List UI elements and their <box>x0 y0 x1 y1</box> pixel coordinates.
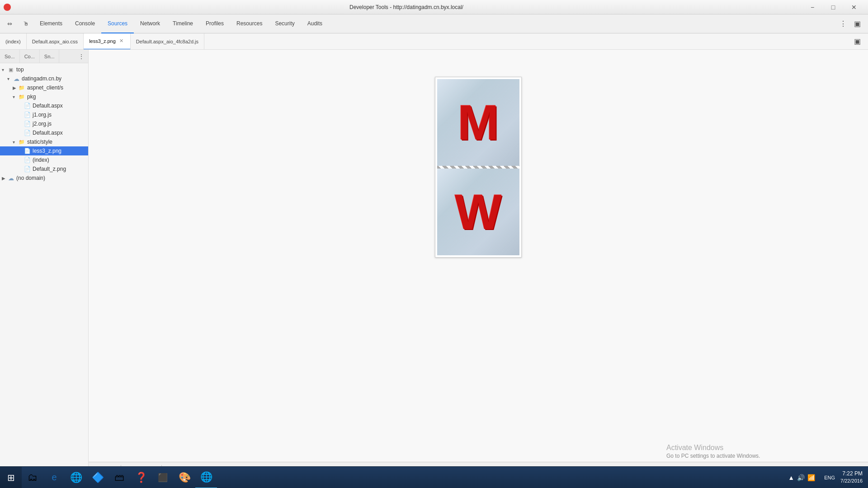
expand-tray-icon[interactable]: ▲ <box>788 474 794 481</box>
source-tab-png-label: less3_z.png <box>89 38 116 44</box>
taskbar-clock[interactable]: 7:22 PM 7/22/2016 <box>840 470 863 484</box>
network-icon[interactable]: 📶 <box>807 474 815 481</box>
folder-icon-pkg: 📁 <box>18 93 25 100</box>
folder-icon-aspnet: 📁 <box>18 84 25 91</box>
folder-icon-static: 📁 <box>18 138 25 145</box>
domain-icon-nodomain: ☁ <box>7 174 14 182</box>
window-controls: − □ ✕ <box>802 0 864 14</box>
tree-item-aspnet[interactable]: ▶ 📁 aspnet_client/s <box>0 83 88 92</box>
explorer-icon: 🗂 <box>28 472 38 483</box>
domain-icon-datingadm: ☁ <box>13 75 20 82</box>
file-icon-j2: 📄 <box>24 120 31 127</box>
source-tab-png[interactable]: less3_z.png ✕ <box>84 33 131 50</box>
nav-item-security[interactable]: Security <box>269 14 301 33</box>
taskbar-app-vs[interactable]: 🔷 <box>87 467 108 488</box>
source-tab-css[interactable]: Default.aspx_aio.css <box>27 33 84 50</box>
minimize-button[interactable]: − <box>802 0 823 14</box>
taskbar-app-chrome-active[interactable]: 🌐 <box>195 467 217 488</box>
visual-studio-icon: 🔷 <box>92 472 104 483</box>
sidebar-header-tabs: So... Co... Sn... ⋮ <box>0 50 88 63</box>
maximize-button[interactable]: □ <box>823 0 844 14</box>
split-view-button[interactable]: ▣ <box>850 18 864 30</box>
file-tree: ▾ ▣ top ▾ ☁ datingadm.cn.by ▶ 📁 <box>0 63 88 471</box>
tree-label-pkg: pkg <box>27 94 36 100</box>
image-preview: M W <box>435 77 522 258</box>
source-tab-png-close[interactable]: ✕ <box>118 38 125 44</box>
file-icon-less3: 📄 <box>24 147 31 155</box>
nav-right: ⋮ ▣ <box>836 18 868 30</box>
ie-icon: e <box>52 472 57 483</box>
taskbar-app-ie[interactable]: e <box>43 467 65 488</box>
nav-item-console[interactable]: Console <box>69 14 101 33</box>
more-button[interactable]: ⋮ <box>836 18 850 30</box>
tree-item-index[interactable]: ▶ 📄 (index) <box>0 155 88 164</box>
inspect-button[interactable]: 🖱 <box>18 16 33 32</box>
tree-arrow-static: ▾ <box>13 140 18 145</box>
title-bar: Developer Tools - http://datingadm.cn.by… <box>0 0 868 14</box>
activate-windows-title: Activate Windows <box>666 444 861 452</box>
file-icon-defaultz: 📄 <box>24 165 31 173</box>
tree-label-default1: Default.aspx <box>33 103 63 109</box>
secondary-nav: ⇔ 🖱 Elements Console Sources Network Tim… <box>0 14 868 33</box>
taskbar-app-cmd[interactable]: ⬛ <box>152 467 174 488</box>
png-bottom-w: W <box>437 169 519 255</box>
taskbar-sys-icons: ▲ 🔊 📶 <box>784 474 819 481</box>
taskbar-right: ▲ 🔊 📶 ENG 7:22 PM 7/22/2016 <box>784 470 868 484</box>
nav-item-audits[interactable]: Audits <box>301 14 329 33</box>
tree-item-top[interactable]: ▾ ▣ top <box>0 65 88 74</box>
tree-item-datingadm[interactable]: ▾ ☁ datingadm.cn.by <box>0 74 88 83</box>
sidebar-more-button[interactable]: ⋮ <box>75 51 88 62</box>
tree-arrow-top: ▾ <box>2 67 7 72</box>
content-area: So... Co... Sn... ⋮ ▾ ▣ top ▾ ☁ datingad… <box>0 50 868 474</box>
taskbar-app-help[interactable]: ❓ <box>130 467 152 488</box>
volume-icon[interactable]: 🔊 <box>797 474 805 481</box>
png-top-m: M <box>437 79 519 166</box>
tree-item-default-aspx1[interactable]: ▶ 📄 Default.aspx <box>0 101 88 110</box>
activate-windows-subtitle: Go to PC settings to activate Windows. <box>666 453 861 459</box>
source-tab-index[interactable]: (index) <box>0 33 27 50</box>
sidebar-tab-co[interactable]: Co... <box>20 50 40 63</box>
cmd-icon: ⬛ <box>158 473 168 483</box>
taskbar-app-sql[interactable]: 🗃 <box>108 467 130 488</box>
tree-arrow-datingadm: ▾ <box>7 76 13 81</box>
help-icon: ❓ <box>135 472 147 483</box>
source-tabs-bar: (index) Default.aspx_aio.css less3_z.png… <box>0 33 868 50</box>
tree-item-default-aspx2[interactable]: ▶ 📄 Default.aspx <box>0 128 88 137</box>
nav-item-resources[interactable]: Resources <box>230 14 269 33</box>
preview-content: M W <box>89 50 868 462</box>
app-icon <box>4 4 11 11</box>
taskbar-language[interactable]: ENG <box>822 475 837 480</box>
preview-area: M W 38.6 KB 128 × 278 <box>89 50 868 474</box>
nav-item-network[interactable]: Network <box>134 14 166 33</box>
taskbar-date: 7/22/2016 <box>840 478 863 484</box>
tree-item-pkg[interactable]: ▾ 📁 pkg <box>0 92 88 101</box>
nav-item-elements[interactable]: Elements <box>33 14 69 33</box>
sidebar-tab-sn[interactable]: Sn... <box>40 50 60 63</box>
file-icon-index: 📄 <box>24 156 31 164</box>
taskbar-apps: 🗂 e 🌐 🔷 🗃 ❓ ⬛ 🎨 🌐 <box>22 467 217 488</box>
tree-item-nodomain[interactable]: ▶ ☁ (no domain) <box>0 174 88 183</box>
window-title: Developer Tools - http://datingadm.cn.by… <box>11 4 802 10</box>
tree-item-j1[interactable]: ▶ 📄 j1.org.js <box>0 110 88 119</box>
tree-label-top: top <box>16 66 24 73</box>
taskbar-app-chrome-small[interactable]: 🌐 <box>65 467 87 488</box>
taskbar-app-explorer[interactable]: 🗂 <box>22 467 43 488</box>
taskbar-app-paint[interactable]: 🎨 <box>174 467 195 488</box>
sidebar-tab-so[interactable]: So... <box>0 50 20 63</box>
start-button[interactable]: ⊞ <box>0 467 22 488</box>
source-tab-js[interactable]: Default.aspx_aio_4fc8a2d.js <box>131 33 204 50</box>
tree-item-static[interactable]: ▾ 📁 static/style <box>0 137 88 146</box>
split-panel-button[interactable]: ▣ <box>850 35 864 47</box>
tree-label-less3: less3_z.png <box>33 148 61 154</box>
nav-item-sources[interactable]: Sources <box>101 14 134 33</box>
nav-item-profiles[interactable]: Profiles <box>199 14 230 33</box>
tree-item-less3[interactable]: ▶ 📄 less3_z.png <box>0 146 88 155</box>
nav-items: Elements Console Sources Network Timelin… <box>33 14 329 33</box>
close-button[interactable]: ✕ <box>844 0 864 14</box>
devtools-main: (index) Default.aspx_aio.css less3_z.png… <box>0 33 868 474</box>
dock-toggle-button[interactable]: ⇔ <box>2 16 17 32</box>
tree-item-j2[interactable]: ▶ 📄 j2.org.js <box>0 119 88 128</box>
source-tabs-right: ▣ <box>847 35 868 47</box>
tree-item-defaultz[interactable]: ▶ 📄 Default_z.png <box>0 164 88 174</box>
nav-item-timeline[interactable]: Timeline <box>166 14 199 33</box>
